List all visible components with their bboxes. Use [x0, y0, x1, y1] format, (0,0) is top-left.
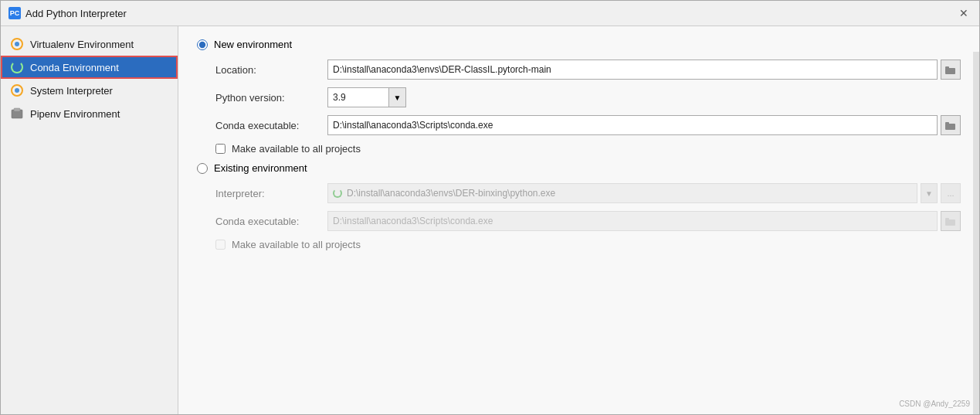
sidebar-item-pipenv[interactable]: Pipenv Environment [1, 102, 178, 125]
existing-fields: Interpreter: D:\install\anaconda3\envs\D… [197, 183, 961, 250]
existing-environment-radio-label[interactable]: Existing environment [197, 162, 961, 174]
conda-executable-label-new: Conda executable: [215, 120, 327, 131]
interpreter-label: Interpreter: [215, 188, 327, 199]
svg-rect-5 [14, 108, 20, 111]
dialog-title: Add Python Interpreter [25, 8, 127, 19]
location-row: Location: [197, 60, 961, 80]
dialog-body: Virtualenv Environment Conda Environment… [1, 26, 979, 414]
pipenv-icon [10, 107, 24, 121]
conda-executable-input-new[interactable] [327, 115, 938, 135]
interpreter-ellipsis-btn: ... [941, 183, 961, 203]
interpreter-row: Interpreter: D:\install\anaconda3\envs\D… [197, 183, 961, 203]
make-available-checkbox-existing [215, 240, 226, 250]
svg-rect-11 [945, 218, 949, 220]
sidebar-label-pipenv: Pipenv Environment [30, 108, 120, 120]
main-content: New environment Location: [178, 26, 979, 414]
title-bar-left: PC Add Python Interpreter [8, 7, 127, 19]
svg-rect-6 [945, 68, 955, 74]
svg-rect-9 [945, 122, 949, 124]
sidebar-label-system: System Interpreter [30, 85, 113, 97]
existing-environment-section: Existing environment [197, 162, 961, 174]
new-environment-radio[interactable] [197, 39, 208, 50]
conda-executable-label-existing: Conda executable: [215, 216, 327, 227]
interpreter-dropdown-btn: ▼ [921, 183, 938, 203]
location-browse-button[interactable] [941, 60, 961, 80]
make-available-row-existing: Make available to all projects [197, 239, 961, 250]
title-bar: PC Add Python Interpreter ✕ [1, 1, 979, 26]
close-button[interactable]: ✕ [956, 5, 972, 21]
sidebar-item-virtualenv[interactable]: Virtualenv Environment [1, 32, 178, 56]
python-version-dropdown-btn[interactable]: ▼ [389, 87, 406, 107]
scrollbar[interactable] [973, 52, 979, 414]
interpreter-value: D:\install\anaconda3\envs\DER-binxing\py… [347, 188, 555, 199]
python-version-dropdown-wrap: ▼ [327, 87, 406, 107]
new-environment-section: New environment [197, 39, 961, 50]
python-version-label: Python version: [215, 92, 327, 104]
conda-executable-input-wrap-existing [327, 211, 961, 231]
sidebar-label-virtualenv: Virtualenv Environment [30, 39, 134, 50]
add-python-interpreter-dialog: PC Add Python Interpreter ✕ Virtualenv E… [0, 0, 980, 415]
conda-executable-input-existing [327, 211, 938, 231]
sidebar-label-conda: Conda Environment [30, 62, 119, 73]
existing-environment-radio[interactable] [197, 163, 208, 174]
svg-rect-8 [945, 124, 955, 130]
svg-point-1 [15, 42, 19, 46]
location-label: Location: [215, 64, 327, 76]
make-available-checkbox-new[interactable] [215, 144, 226, 154]
sidebar-item-conda[interactable]: Conda Environment [1, 56, 178, 79]
conda-executable-row-existing: Conda executable: [197, 211, 961, 231]
app-icon: PC [8, 7, 21, 19]
new-environment-radio-label[interactable]: New environment [197, 39, 961, 50]
python-version-input[interactable] [327, 87, 389, 107]
sidebar: Virtualenv Environment Conda Environment… [1, 26, 178, 414]
svg-point-3 [15, 88, 19, 93]
conda-executable-input-wrap-new [327, 115, 961, 135]
svg-rect-7 [945, 66, 949, 69]
system-icon [10, 83, 24, 97]
conda-executable-row-new: Conda executable: [197, 115, 961, 135]
conda-spinner-icon [333, 189, 342, 198]
conda-icon [10, 60, 24, 74]
svg-rect-10 [945, 219, 955, 226]
virtualenv-icon [10, 37, 24, 51]
existing-environment-label: Existing environment [214, 162, 307, 174]
location-input[interactable] [327, 60, 938, 80]
location-input-wrap [327, 60, 961, 80]
make-available-label-existing: Make available to all projects [232, 239, 361, 250]
watermark: CSDN @Andy_2259 [899, 400, 970, 408]
make-available-row-new: Make available to all projects [197, 143, 961, 155]
interpreter-input-wrap: D:\install\anaconda3\envs\DER-binxing\py… [327, 183, 961, 203]
conda-executable-browse-existing [941, 211, 961, 231]
interpreter-text: D:\install\anaconda3\envs\DER-binxing\py… [327, 183, 917, 203]
python-version-row: Python version: ▼ [197, 87, 961, 107]
make-available-label-new: Make available to all projects [232, 143, 361, 155]
conda-executable-browse-new[interactable] [941, 115, 961, 135]
sidebar-item-system[interactable]: System Interpreter [1, 79, 178, 102]
new-environment-label: New environment [214, 39, 292, 50]
